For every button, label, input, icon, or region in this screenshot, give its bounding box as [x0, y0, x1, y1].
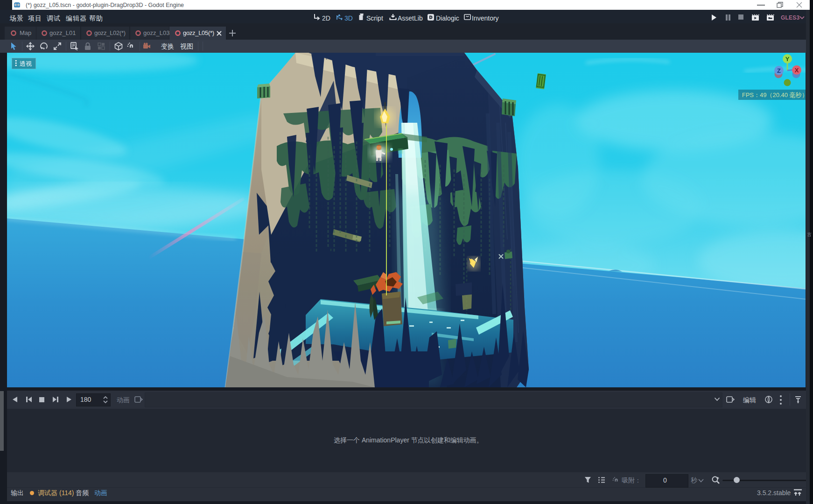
- svg-text:Y: Y: [785, 56, 790, 63]
- svg-text:X: X: [795, 67, 799, 74]
- svg-text:Z: Z: [777, 67, 781, 74]
